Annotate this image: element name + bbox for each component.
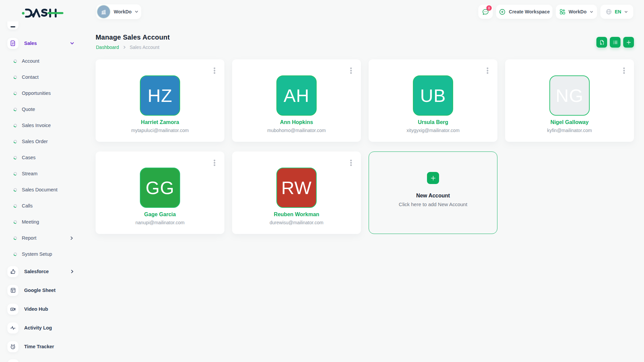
submenu-dot-icon — [13, 59, 17, 63]
account-name[interactable]: Gage Garcia — [96, 212, 224, 218]
sidebar-item-label: Time Tracker — [24, 344, 54, 349]
submenu-dot-icon — [13, 220, 17, 224]
sidebar-item-label: Quote — [22, 107, 35, 112]
sidebar: Sales Account Contact Opportunities Quot… — [0, 0, 94, 362]
building-icon — [100, 8, 107, 15]
chevron-down-icon — [70, 41, 74, 46]
sales-group-icon-box — [7, 38, 18, 49]
sidebar-item-sales-invoice[interactable]: Sales Invoice — [0, 117, 94, 133]
list-view-button[interactable] — [610, 37, 621, 48]
sidebar-item-label: Contact — [22, 74, 39, 80]
sidebar-item-label: Report — [22, 235, 37, 241]
messages-badge: 0 — [486, 5, 492, 11]
add-account-button[interactable] — [623, 37, 634, 48]
sidebar-item-stream[interactable]: Stream — [0, 166, 94, 182]
account-name[interactable]: Harriet Zamora — [96, 119, 224, 125]
sidebar-item-label: Google Sheet — [24, 288, 55, 293]
sidebar-item-contact[interactable]: Contact — [0, 69, 94, 85]
language-button[interactable]: EN — [600, 5, 633, 19]
sidebar-item-report[interactable]: Report — [0, 230, 94, 246]
messages-button[interactable]: 0 — [478, 5, 493, 19]
account-card-reuben-workman: RW Reuben Workman durewisu@mailinator.co… — [232, 152, 361, 234]
table-grid-icon — [10, 287, 16, 293]
sidebar-item-calls[interactable]: Calls — [0, 198, 94, 214]
export-button[interactable] — [596, 37, 607, 48]
new-account-plus-button[interactable] — [427, 172, 439, 184]
account-name[interactable]: Ann Hopkins — [232, 119, 361, 125]
sidebar-item-label: Video Hub — [24, 306, 48, 312]
sidebar-item-label: Calls — [22, 203, 33, 208]
sidebar-item-google-sheet[interactable]: Google Sheet — [0, 281, 94, 300]
sidebar-item-system-setup[interactable]: System Setup — [0, 246, 94, 262]
submenu-dot-icon — [13, 172, 17, 176]
accounts-grid: HZ Harriet Zamora mytapuluci@mailinator.… — [96, 59, 634, 234]
account-email: kyfin@mailinator.com — [505, 128, 634, 133]
card-menu-button[interactable] — [486, 67, 489, 75]
sidebar-item-meeting[interactable]: Meeting — [0, 214, 94, 230]
account-email: durewisu@mailinator.com — [232, 220, 361, 225]
chevron-down-icon — [589, 10, 594, 14]
account-email: mytapuluci@mailinator.com — [96, 128, 224, 133]
card-menu-button[interactable] — [350, 159, 353, 167]
breadcrumb-dashboard-link[interactable]: Dashboard — [96, 45, 119, 50]
account-avatar: HZ — [140, 75, 180, 116]
sidebar-item-quote[interactable]: Quote — [0, 101, 94, 117]
avatar-initials: NG — [556, 85, 584, 106]
workspace-name: WorkDo — [114, 9, 131, 14]
sidebar-item-label: Stream — [22, 171, 38, 176]
sidebar-item-sales-document[interactable]: Sales Document — [0, 182, 94, 198]
sidebar-item-partial-top[interactable] — [7, 21, 18, 29]
account-card-harriet-zamora: HZ Harriet Zamora mytapuluci@mailinator.… — [96, 59, 224, 142]
sidebar-item-video-hub[interactable]: Video Hub — [0, 300, 94, 318]
sidebar-item-cases[interactable]: Cases — [0, 149, 94, 166]
new-account-subtitle: Click here to add New Account — [369, 201, 497, 207]
sidebar-group-label: Sales — [24, 41, 37, 46]
workspace-avatar — [97, 5, 110, 18]
create-workspace-button[interactable]: Create Workspace — [496, 5, 552, 19]
submenu-dot-icon — [13, 188, 17, 192]
sidebar-item-activity-log[interactable]: Activity Log — [0, 318, 94, 337]
card-menu-button[interactable] — [213, 67, 216, 75]
sidebar-item-label: Salesforce — [24, 269, 49, 274]
video-hub-icon-box — [7, 304, 18, 315]
sidebar-item-sales-order[interactable]: Sales Order — [0, 133, 94, 149]
account-card-ann-hopkins: AH Ann Hopkins mubohomo@mailinator.com — [232, 59, 361, 142]
breadcrumb: Dashboard Sales Account — [96, 45, 159, 50]
sidebar-item-partial-bottom[interactable] — [8, 359, 19, 362]
kebab-menu-icon — [487, 67, 488, 74]
sidebar-group-sales[interactable]: Sales — [0, 38, 94, 49]
dash-logo[interactable] — [22, 8, 64, 18]
sidebar-item-time-tracker[interactable]: Time Tracker — [0, 337, 94, 356]
account-name[interactable]: Ursula Berg — [369, 119, 497, 125]
card-menu-button[interactable] — [350, 67, 353, 75]
workspace-switcher[interactable]: WorkDo — [96, 4, 141, 19]
sidebar-item-label: Sales Order — [22, 139, 48, 144]
sidebar-item-account[interactable]: Account — [0, 53, 94, 69]
submenu-dot-icon — [13, 92, 17, 95]
sidebar-item-label: Cases — [22, 155, 36, 160]
page-title: Manage Sales Account — [96, 34, 170, 41]
sidebar-item-opportunities[interactable]: Opportunities — [0, 85, 94, 101]
sidebar-item-label: Sales Document — [22, 187, 57, 192]
app-switcher-label: WorkDo — [569, 9, 586, 14]
logo-green-dot — [22, 12, 24, 15]
new-account-card[interactable]: New Account Click here to add New Accoun… — [369, 152, 497, 234]
account-name[interactable]: Nigel Galloway — [505, 119, 634, 125]
submenu-dot-icon — [13, 156, 17, 160]
card-menu-button[interactable] — [213, 159, 216, 167]
avatar-initials: GG — [146, 177, 174, 198]
chevron-down-icon — [624, 10, 628, 14]
avatar-initials: HZ — [148, 85, 172, 106]
sidebar-item-salesforce[interactable]: Salesforce — [0, 262, 94, 281]
account-avatar: AH — [276, 75, 317, 116]
account-name[interactable]: Reuben Workman — [232, 212, 361, 218]
alarm-clock-icon — [10, 344, 16, 350]
apps-grid-icon — [559, 8, 566, 15]
submenu-dot-icon — [13, 108, 17, 111]
sidebar-item-label: Meeting — [22, 219, 39, 225]
activity-log-icon-box — [7, 322, 18, 334]
card-menu-button[interactable] — [623, 67, 626, 75]
app-switcher-button[interactable]: WorkDo — [556, 5, 597, 19]
chevron-down-icon — [134, 9, 139, 14]
kebab-menu-icon — [214, 160, 215, 166]
